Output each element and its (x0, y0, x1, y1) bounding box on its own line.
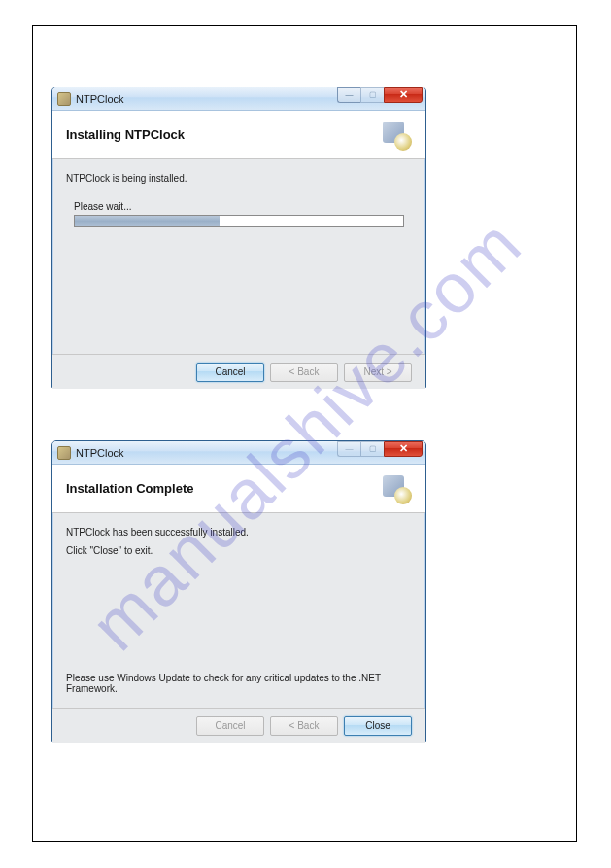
maximize-button: ▢ (360, 441, 384, 457)
cancel-button[interactable]: Cancel (196, 363, 264, 382)
window-title: NTPClock (76, 447, 124, 459)
installer-icon (57, 92, 71, 106)
window-title: NTPClock (76, 93, 124, 105)
status-text: NTPClock is being installed. (66, 173, 412, 184)
header-title: Installing NTPClock (66, 127, 185, 142)
titlebar[interactable]: NTPClock — ▢ ✕ (52, 87, 425, 111)
button-band: Cancel < Back Next > (52, 354, 425, 389)
progress-fill (75, 216, 220, 226)
close-window-button[interactable]: ✕ (384, 87, 423, 103)
footer-note: Please use Windows Update to check for a… (66, 673, 425, 694)
header-band: Installing NTPClock (52, 111, 425, 159)
success-text: NTPClock has been successfully installed… (66, 527, 412, 538)
installer-window-complete: NTPClock — ▢ ✕ Installation Complete NTP… (51, 440, 426, 742)
close-window-button[interactable]: ✕ (384, 441, 423, 457)
body-area: NTPClock has been successfully installed… (52, 513, 425, 708)
installer-icon (57, 446, 71, 460)
back-button: < Back (270, 716, 338, 736)
body-area: NTPClock is being installed. Please wait… (52, 159, 425, 354)
instruction-text: Click "Close" to exit. (66, 545, 412, 556)
maximize-button: ▢ (360, 87, 384, 103)
back-button: < Back (270, 363, 338, 382)
header-title: Installation Complete (66, 481, 193, 496)
cancel-button: Cancel (196, 716, 264, 736)
titlebar[interactable]: NTPClock — ▢ ✕ (52, 441, 425, 465)
progress-bar (74, 215, 404, 227)
window-controls: — ▢ ✕ (337, 87, 423, 103)
installer-window-installing: NTPClock — ▢ ✕ Installing NTPClock NTPCl… (51, 87, 426, 388)
next-button: Next > (344, 363, 412, 382)
window-controls: — ▢ ✕ (337, 441, 423, 457)
close-button[interactable]: Close (344, 716, 412, 736)
please-wait-label: Please wait... (74, 201, 412, 212)
minimize-button: — (337, 441, 360, 457)
minimize-button[interactable]: — (337, 87, 360, 103)
button-band: Cancel < Back Close (52, 708, 425, 743)
installer-graphic-icon (381, 473, 412, 504)
header-band: Installation Complete (52, 465, 425, 513)
installer-graphic-icon (381, 120, 412, 151)
